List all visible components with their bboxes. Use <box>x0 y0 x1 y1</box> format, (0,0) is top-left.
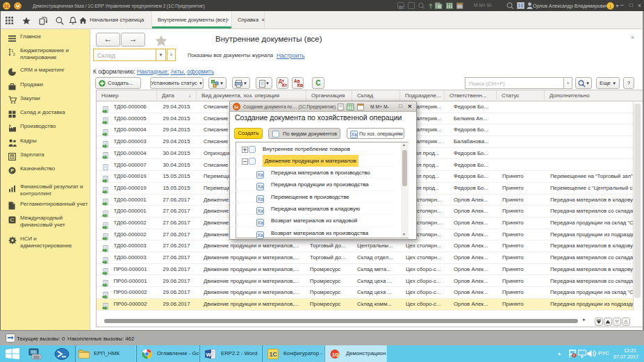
svg-text:1с: 1с <box>4 3 10 8</box>
svg-text:1С: 1С <box>332 352 339 358</box>
svg-text:С: С <box>10 217 15 223</box>
svg-text:2: 2 <box>13 52 16 56</box>
svg-text:Ха: Ха <box>258 208 263 213</box>
svg-text:Р: Р <box>10 168 14 173</box>
svg-text:Ха: Ха <box>258 197 263 201</box>
svg-text:Ха: Ха <box>258 220 263 225</box>
svg-text:Ха: Ха <box>258 184 263 189</box>
svg-text:1С: 1С <box>270 351 278 358</box>
svg-text:W: W <box>206 352 212 358</box>
svg-text:Ха: Ха <box>258 233 263 238</box>
svg-text:i: i <box>609 3 611 9</box>
svg-text:Ха: Ха <box>352 132 357 137</box>
svg-text:Ха: Ха <box>258 172 263 177</box>
svg-text:1с: 1с <box>234 105 239 109</box>
